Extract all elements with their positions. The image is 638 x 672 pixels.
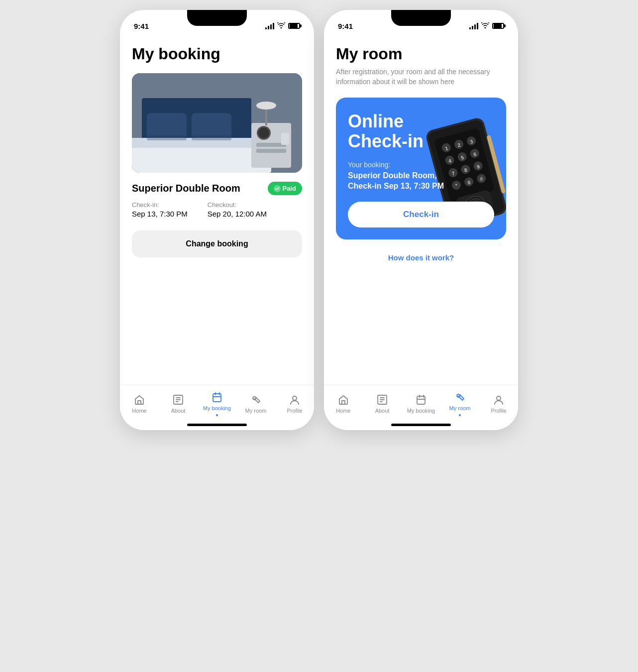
home-icon-right (337, 394, 349, 406)
nav-item-profile[interactable]: Profile (275, 394, 314, 414)
checkin-text-area: OnlineCheck-in Your booking: Superior Do… (348, 112, 494, 192)
checkin-title: OnlineCheck-in (348, 112, 437, 151)
wifi-icon-right (481, 22, 489, 30)
nav-label-my-booking: My booking (203, 405, 231, 411)
my-room-icon (250, 394, 262, 406)
paid-badge: Paid (268, 182, 302, 195)
svg-rect-14 (147, 135, 187, 140)
svg-point-54 (497, 396, 501, 400)
active-indicator (216, 414, 218, 416)
nav-label-my-room-right: My room (449, 405, 471, 411)
status-icons-right (469, 22, 504, 30)
nav-label-about-right: About (375, 408, 390, 414)
nav-label-profile-right: Profile (491, 408, 506, 414)
battery-icon-right (492, 23, 504, 29)
nav-item-my-room-right[interactable]: My room (440, 391, 479, 416)
signal-icon (265, 22, 274, 29)
nav-label-my-room: My room (245, 408, 267, 414)
my-room-icon-right (454, 391, 466, 403)
nav-label-profile: Profile (287, 408, 302, 414)
room-phone: 9:41 My room After registr (324, 10, 518, 430)
check-icon (274, 185, 281, 192)
status-time-right: 9:41 (338, 22, 353, 30)
svg-point-12 (258, 127, 269, 138)
home-indicator-right (391, 424, 451, 426)
checkout-date: Checkout: Sep 20, 12:00 AM (208, 201, 267, 219)
nav-item-profile-right[interactable]: Profile (479, 394, 518, 414)
checkin-card: 1 2 3 4 5 6 (336, 98, 506, 239)
notch (187, 10, 247, 26)
change-booking-button[interactable]: Change booking (132, 230, 302, 257)
nav-label-home-right: Home (336, 408, 350, 414)
nav-item-about[interactable]: About (159, 394, 198, 414)
booking-content: My booking (120, 35, 314, 385)
svg-point-10 (256, 102, 276, 110)
home-indicator (187, 424, 247, 426)
status-icons (265, 22, 300, 30)
my-booking-icon-right (415, 394, 427, 406)
battery-icon (288, 23, 300, 29)
booking-phone: 9:41 My booking (120, 10, 314, 430)
about-icon (172, 394, 184, 406)
nav-item-home-right[interactable]: Home (324, 394, 363, 414)
notch-right (391, 10, 451, 26)
nav-label-home: Home (132, 408, 146, 414)
wifi-icon (277, 22, 285, 30)
active-indicator-right (459, 414, 461, 416)
svg-rect-15 (192, 135, 231, 140)
home-icon (133, 394, 145, 406)
checkin-booking-label: Your booking: (348, 161, 494, 169)
signal-icon-right (469, 22, 478, 29)
my-booking-icon (211, 391, 223, 403)
svg-rect-8 (256, 149, 286, 153)
page-title-room: My room (336, 45, 506, 63)
svg-rect-13 (281, 133, 289, 145)
about-icon-right (376, 394, 388, 406)
nav-label-about: About (171, 408, 186, 414)
nav-item-my-room[interactable]: My room (236, 394, 275, 414)
svg-point-20 (293, 396, 297, 400)
profile-icon-right (493, 394, 505, 406)
checkin-booking-detail: Superior Double Room,Check-in Sep 13, 7:… (348, 171, 494, 192)
status-time: 9:41 (134, 22, 149, 30)
nav-item-my-booking-right[interactable]: My booking (402, 394, 440, 414)
room-info-row: Superior Double Room Paid (132, 182, 302, 195)
room-name: Superior Double Room (132, 183, 240, 194)
room-subtitle: After registration, your room and all th… (336, 67, 506, 87)
checkin-button[interactable]: Check-in (348, 202, 494, 227)
how-it-works-link[interactable]: How does it work? (336, 249, 506, 266)
profile-icon (289, 394, 301, 406)
nav-item-my-booking[interactable]: My booking (198, 391, 236, 416)
checkin-date: Check-in: Sep 13, 7:30 PM (132, 201, 188, 219)
page-title: My booking (132, 45, 302, 63)
nav-item-about-right[interactable]: About (363, 394, 402, 414)
dates-row: Check-in: Sep 13, 7:30 PM Checkout: Sep … (132, 201, 302, 219)
room-content: My room After registration, your room an… (324, 35, 518, 385)
room-image (132, 73, 302, 173)
nav-label-my-booking-right: My booking (407, 408, 435, 414)
nav-item-home[interactable]: Home (120, 394, 159, 414)
